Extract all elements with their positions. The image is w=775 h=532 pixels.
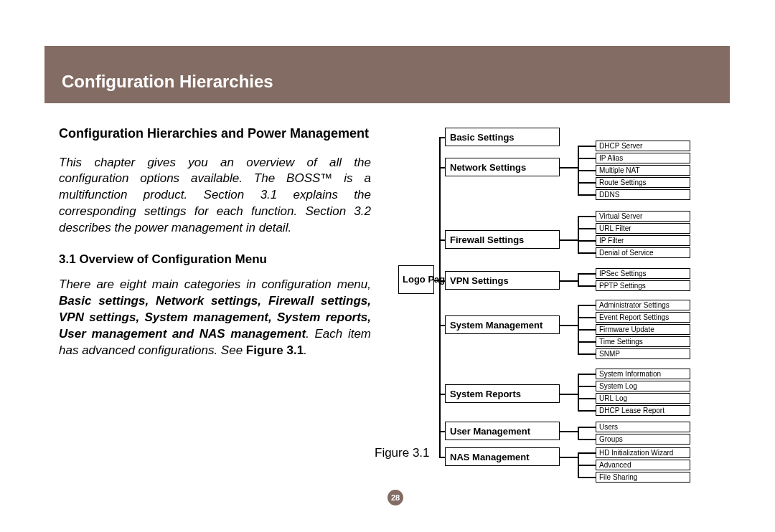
sub-label: Time Settings bbox=[599, 338, 643, 346]
connector bbox=[439, 167, 445, 168]
sub-label: IP Filter bbox=[599, 237, 624, 244]
sub-item: Route Settings bbox=[596, 177, 690, 188]
sub-item: IPSec Settings bbox=[596, 268, 690, 279]
sub-label: IP Alias bbox=[599, 154, 623, 162]
sub-item: Users bbox=[596, 422, 690, 432]
connector bbox=[578, 398, 596, 399]
connector bbox=[434, 280, 439, 281]
main-label: System Management bbox=[450, 320, 542, 331]
connector bbox=[578, 410, 596, 412]
sub-label: Multiple NAT bbox=[599, 166, 640, 174]
connector bbox=[578, 273, 596, 275]
sub-item: SNMP bbox=[596, 348, 690, 359]
connector bbox=[578, 341, 596, 343]
subsection-heading: 3.1 Overview of Configuration Menu bbox=[59, 252, 371, 267]
diagram-root: Logo Page bbox=[398, 265, 434, 294]
connector bbox=[439, 280, 445, 282]
sub-item: URL Filter bbox=[596, 223, 690, 234]
sub-item: HD Initialization Wizard bbox=[596, 447, 690, 458]
sub-item: Time Settings bbox=[596, 336, 690, 347]
connector bbox=[560, 280, 578, 282]
sub-item: DDNS bbox=[596, 189, 690, 200]
sub-label: Users bbox=[599, 423, 618, 431]
sub-label: URL Log bbox=[599, 394, 627, 402]
connector bbox=[560, 239, 578, 241]
sub-label: IPSec Settings bbox=[599, 270, 647, 277]
connector bbox=[578, 228, 596, 229]
connector bbox=[578, 317, 596, 318]
sub-label: HD Initialization Wizard bbox=[599, 449, 673, 457]
sub-item: PPTP Settings bbox=[596, 280, 690, 291]
main-nas: NAS Management bbox=[445, 447, 560, 466]
sub-item: System Log bbox=[596, 381, 690, 391]
sub-label: Denial of Service bbox=[599, 249, 654, 257]
sub-item: Denial of Service bbox=[596, 247, 690, 258]
sub-label: Groups bbox=[599, 435, 623, 443]
sub-label: SNMP bbox=[599, 350, 620, 358]
sub-item: System Information bbox=[596, 369, 690, 379]
main-label: User Management bbox=[450, 426, 530, 437]
connector bbox=[578, 439, 596, 440]
sub-item: DHCP Lease Report bbox=[596, 405, 690, 416]
connector bbox=[578, 386, 596, 387]
main-label: Network Settings bbox=[450, 162, 526, 173]
connector bbox=[578, 353, 596, 355]
main-label: VPN Settings bbox=[450, 275, 509, 286]
subsection-title: Overview of Configuration Menu bbox=[79, 252, 267, 266]
connector bbox=[578, 146, 596, 147]
sub-item: File Sharing bbox=[596, 472, 690, 483]
sub-item: Groups bbox=[596, 434, 690, 445]
main-firewall: Firewall Settings bbox=[445, 230, 560, 249]
connector bbox=[578, 427, 596, 428]
sub-label: Event Report Settings bbox=[599, 313, 669, 321]
chapter-intro: This chapter gives you an overview of al… bbox=[59, 155, 371, 237]
connector bbox=[578, 465, 596, 466]
connector bbox=[560, 167, 578, 168]
sub-label: Firmware Update bbox=[599, 326, 654, 333]
main-sysrep: System Reports bbox=[445, 384, 560, 403]
connector bbox=[578, 170, 596, 171]
page-number: 28 bbox=[388, 490, 403, 505]
connector bbox=[439, 137, 441, 457]
connector bbox=[578, 158, 596, 159]
sub-label: Route Settings bbox=[599, 179, 647, 186]
section-heading: Configuration Hierarchies and Power Mana… bbox=[59, 125, 371, 142]
main-label: Firewall Settings bbox=[450, 234, 524, 245]
sub-label: DHCP Lease Report bbox=[599, 407, 664, 414]
sub-item: DHCP Server bbox=[596, 141, 690, 151]
connector bbox=[578, 216, 579, 252]
sub-label: System Information bbox=[599, 370, 661, 378]
connector bbox=[578, 329, 596, 331]
connector bbox=[578, 240, 596, 242]
sub-label: DHCP Server bbox=[599, 142, 642, 150]
connector bbox=[578, 477, 596, 478]
main-usermgmt: User Management bbox=[445, 422, 560, 440]
connector bbox=[578, 273, 579, 285]
connector bbox=[439, 431, 445, 432]
main-label: NAS Management bbox=[450, 452, 530, 462]
body-end: . bbox=[304, 343, 307, 357]
connector bbox=[578, 216, 596, 217]
connector bbox=[439, 325, 445, 326]
connector bbox=[578, 427, 579, 439]
main-sysmgmt: System Management bbox=[445, 315, 560, 334]
sub-label: Advanced bbox=[599, 461, 631, 469]
main-label: Basic Settings bbox=[450, 132, 515, 143]
connector bbox=[560, 325, 578, 326]
connector bbox=[578, 452, 596, 454]
sub-item: Advanced bbox=[596, 460, 690, 470]
connector bbox=[578, 305, 596, 306]
connector bbox=[560, 457, 578, 458]
sub-label: URL Filter bbox=[599, 224, 631, 232]
connector bbox=[578, 374, 596, 375]
sub-label: Virtual Server bbox=[599, 212, 642, 220]
connector bbox=[439, 394, 445, 395]
connector bbox=[578, 252, 596, 254]
sub-item: Virtual Server bbox=[596, 211, 690, 222]
sub-item: Event Report Settings bbox=[596, 312, 690, 323]
main-basic: Basic Settings bbox=[445, 128, 560, 146]
sub-item: URL Log bbox=[596, 393, 690, 404]
main-network: Network Settings bbox=[445, 158, 560, 176]
connector bbox=[560, 394, 578, 395]
connector bbox=[578, 285, 596, 287]
